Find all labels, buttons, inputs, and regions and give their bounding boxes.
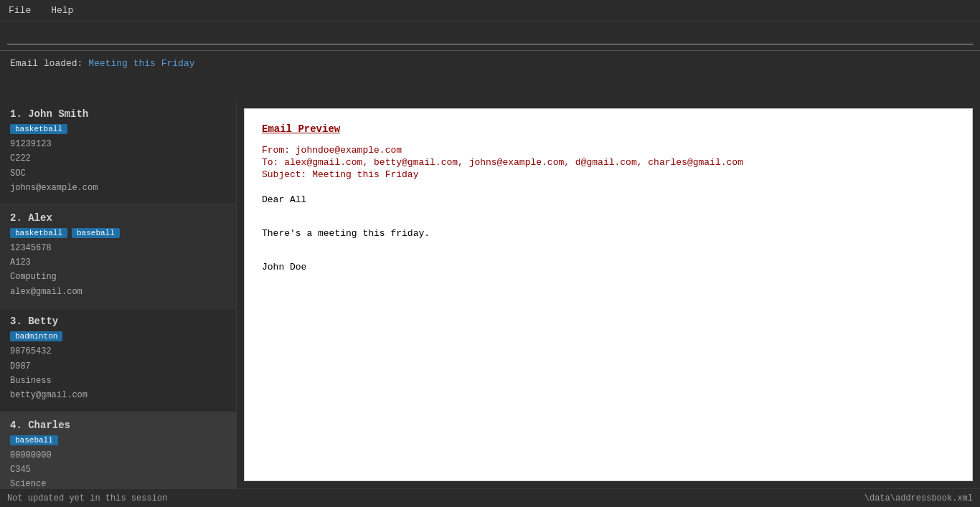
tag-badminton: badminton <box>10 331 62 341</box>
contact-name: 3. Betty <box>10 316 226 327</box>
contact-name: 2. Alex <box>10 212 226 224</box>
search-input[interactable] <box>7 27 973 44</box>
contact-card-john smith[interactable]: 1. John Smithbasketball91239123C222SOCjo… <box>0 101 236 205</box>
bottom-bar: Not updated yet in this session \data\ad… <box>0 488 980 507</box>
tag-baseball: baseball <box>72 228 120 238</box>
email-status-label: Email loaded: <box>10 58 88 69</box>
email-signature: John Doe <box>262 259 955 275</box>
contact-info: 98765432D987Businessbetty@gmail.com <box>10 344 226 403</box>
search-bar <box>0 22 980 51</box>
contact-card-betty[interactable]: 3. Bettybadminton98765432D987Businessbet… <box>0 308 236 412</box>
contact-info: 91239123C222SOCjohns@example.com <box>10 137 226 196</box>
email-body: Dear All There's a meeting this friday. … <box>262 191 955 275</box>
menu-file[interactable]: File <box>6 4 34 17</box>
email-greeting: Dear All <box>262 191 955 208</box>
contact-card-charles[interactable]: 4. Charlesbaseball00000000C345Science <box>0 412 236 488</box>
tag-basketball: basketball <box>10 228 67 238</box>
contact-tags: basketball <box>10 124 226 134</box>
contact-tags: badminton <box>10 331 226 341</box>
email-subject: Subject: Meeting this Friday <box>262 169 955 180</box>
email-body-text: There's a meeting this friday. <box>262 225 955 242</box>
email-status-value: Meeting this Friday <box>88 58 194 69</box>
email-to: To: alex@gmail.com, betty@gmail.com, joh… <box>262 157 955 168</box>
email-preview-panel: Email Preview From: johndoe@example.com … <box>244 108 973 481</box>
tag-basketball: basketball <box>10 124 67 134</box>
contact-info: 12345678A123Computingalex@gmail.com <box>10 241 226 300</box>
menu-help[interactable]: Help <box>48 4 76 17</box>
main-content: 1. John Smithbasketball91239123C222SOCjo… <box>0 101 980 488</box>
contact-tags: baseball <box>10 435 226 445</box>
contact-card-alex[interactable]: 2. Alexbasketballbaseball12345678A123Com… <box>0 205 236 309</box>
tag-baseball: baseball <box>10 435 58 445</box>
contact-list[interactable]: 1. John Smithbasketball91239123C222SOCjo… <box>0 101 237 488</box>
contact-name: 4. Charles <box>10 420 226 431</box>
email-status: Email loaded: Meeting this Friday <box>10 58 970 69</box>
email-from: From: johndoe@example.com <box>262 145 955 156</box>
menu-bar: File Help <box>0 0 980 22</box>
email-preview-title: Email Preview <box>262 123 955 135</box>
status-area: Email loaded: Meeting this Friday <box>0 51 980 101</box>
contact-tags: basketballbaseball <box>10 228 226 238</box>
bottom-bar-left: Not updated yet in this session <box>7 493 167 503</box>
bottom-bar-right: \data\addressbook.xml <box>864 493 973 503</box>
contact-name: 1. John Smith <box>10 108 226 120</box>
contact-info: 00000000C345Science <box>10 448 226 488</box>
